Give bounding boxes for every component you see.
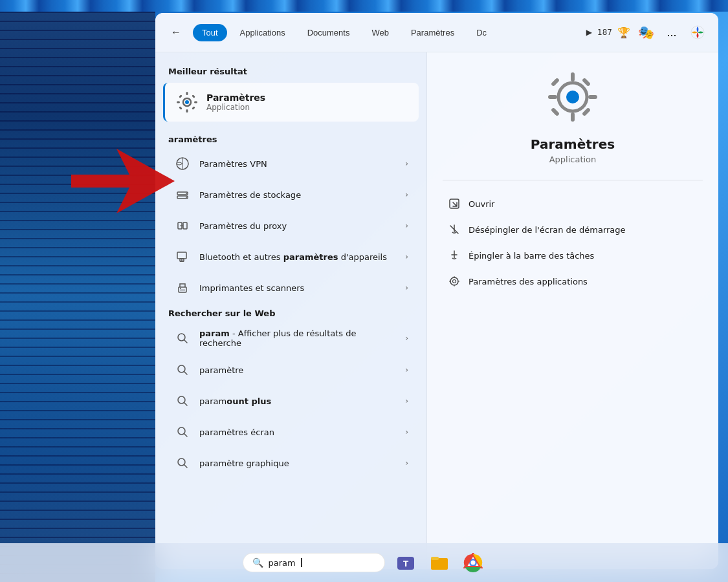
action-open[interactable]: Ouvrir (443, 191, 703, 217)
action-label: Épingler à la barre des tâches (469, 251, 594, 261)
search-panel: ← Tout Applications Documents Web Paramè… (155, 13, 718, 569)
svg-point-16 (186, 193, 187, 194)
back-button[interactable]: ← (166, 22, 186, 43)
app-icon-large (544, 68, 602, 126)
search-box[interactable]: 🔍 param (243, 553, 385, 572)
action-label: Ouvrir (469, 199, 494, 209)
best-result-icon (175, 91, 199, 114)
list-item-label: Imprimantes et scanners (199, 283, 397, 293)
list-item[interactable]: paramount plus › (160, 385, 421, 416)
action-pin-taskbar[interactable]: Épingler à la barre des tâches (443, 242, 703, 268)
action-app-settings[interactable]: Paramètres des applications (443, 268, 703, 294)
svg-rect-9 (192, 94, 195, 98)
taskbar-explorer-icon[interactable] (426, 550, 452, 576)
list-item[interactable]: paramètre graphique › (160, 447, 421, 479)
svg-rect-21 (177, 252, 186, 259)
tab-tout[interactable]: Tout (193, 24, 227, 41)
svg-rect-43 (588, 95, 597, 99)
svg-point-64 (470, 561, 475, 565)
chevron-right-icon: › (405, 458, 408, 468)
chevron-right-icon: › (405, 159, 408, 168)
best-result-item[interactable]: Paramètres Application (163, 83, 419, 122)
pin-icon (448, 249, 461, 262)
action-list: Ouvrir Désépingler de l'écran de démarra… (443, 191, 703, 294)
svg-point-27 (180, 288, 181, 289)
list-item[interactable]: Paramètres VPN › (160, 148, 421, 179)
action-label: Paramètres des applications (469, 277, 588, 286)
tab-applications[interactable]: Applications (231, 24, 294, 41)
svg-line-29 (184, 340, 188, 343)
app-name-large: Paramètres (531, 136, 615, 152)
teams-icon: T (396, 553, 415, 572)
svg-line-33 (184, 403, 188, 406)
chevron-right-icon: › (405, 396, 408, 405)
more-button[interactable]: ... (661, 22, 682, 43)
search-box-icon: 🔍 (252, 557, 263, 568)
copilot-icon (690, 25, 705, 39)
taskbar-teams-icon[interactable]: T (393, 550, 419, 576)
app-settings-icon (448, 275, 461, 288)
search-box-text: param (269, 558, 296, 568)
list-item[interactable]: paramètre › (160, 354, 421, 385)
list-item-label: paramètre (199, 365, 397, 375)
list-item[interactable]: Paramètres de stockage › (160, 179, 421, 210)
badge-count: 187 (597, 28, 612, 37)
divider (443, 180, 703, 180)
list-item-label: paramount plus (199, 396, 397, 406)
left-panel: Meilleur résultat (155, 52, 427, 569)
svg-rect-26 (180, 289, 185, 291)
explorer-icon (430, 553, 449, 572)
best-result-name: Paramètres (206, 92, 265, 103)
svg-rect-10 (179, 106, 182, 110)
best-result-title: Meilleur résultat (155, 63, 426, 83)
list-item-label: Bluetooth et autres paramètres d'apparei… (199, 252, 397, 262)
chrome-icon (463, 553, 483, 572)
search-icon (173, 361, 192, 379)
tab-web[interactable]: Web (362, 24, 398, 41)
copilot-button[interactable] (687, 22, 708, 43)
open-icon (448, 197, 461, 210)
best-result-type: Application (206, 103, 265, 112)
svg-rect-44 (551, 78, 560, 87)
chevron-right-icon: › (405, 283, 408, 292)
printer-icon (173, 279, 192, 297)
red-arrow (65, 142, 181, 220)
svg-line-37 (184, 465, 188, 468)
trophy-icon: 🏆 (617, 27, 630, 39)
list-item[interactable]: Imprimantes et scanners › (160, 272, 421, 303)
best-result-info: Paramètres Application (206, 92, 265, 112)
profile-button[interactable]: 🎭 (635, 22, 656, 43)
chevron-right-icon: › (405, 365, 408, 374)
taskbar-chrome-icon[interactable] (460, 550, 486, 576)
svg-rect-19 (183, 222, 187, 229)
right-panel: Paramètres Application Ouvrir (427, 52, 718, 569)
chevron-right-icon: › (405, 252, 408, 261)
svg-text:T: T (403, 559, 408, 568)
svg-rect-46 (551, 107, 560, 116)
action-unpin-start[interactable]: Désépingler de l'écran de démarrage (443, 217, 703, 242)
list-item-label: paramètre graphique (199, 458, 397, 468)
tab-dc[interactable]: Dc (467, 24, 496, 41)
svg-rect-42 (548, 95, 557, 99)
search-icon (173, 329, 192, 347)
tab-parametres[interactable]: Paramètres (402, 24, 463, 41)
svg-point-3 (185, 100, 189, 104)
app-type-large: Application (549, 155, 597, 164)
svg-line-35 (184, 434, 188, 437)
list-item-label: Paramètres VPN (199, 159, 397, 169)
top-bar-right: ▶ 187 🏆 🎭 ... (586, 22, 708, 43)
list-item[interactable]: paramètres écran › (160, 416, 421, 447)
chevron-right-icon: › (405, 221, 408, 230)
list-item-label: paramètres écran (199, 427, 397, 437)
action-label: Désépingler de l'écran de démarrage (469, 225, 626, 235)
list-item[interactable]: Paramètres du proxy › (160, 210, 421, 241)
svg-point-51 (453, 280, 456, 283)
svg-point-39 (566, 91, 579, 103)
list-item[interactable]: param - Afficher plus de résultats de re… (160, 322, 421, 354)
top-stripes (0, 0, 728, 12)
svg-line-31 (184, 372, 188, 375)
main-content: Meilleur résultat (155, 52, 718, 569)
chevron-right-icon: › (405, 334, 408, 343)
tab-documents[interactable]: Documents (298, 24, 359, 41)
list-item[interactable]: Bluetooth et autres paramètres d'apparei… (160, 241, 421, 272)
